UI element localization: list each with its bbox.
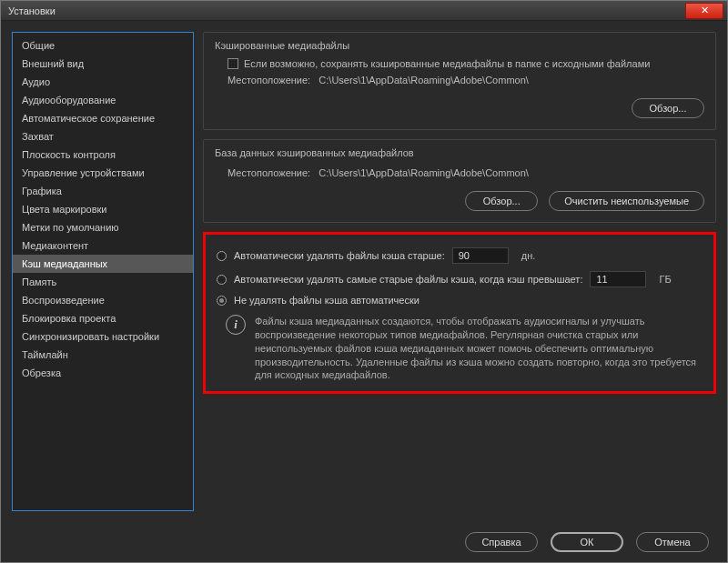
delete-when-exceeds-input[interactable] [590, 271, 646, 287]
sidebar-item[interactable]: Захват [13, 127, 193, 146]
delete-older-than-label: Автоматически удалять файлы кэша старше: [234, 250, 445, 261]
sidebar-item[interactable]: Блокировка проекта [13, 309, 193, 327]
gb-unit: ГБ [659, 274, 677, 285]
db-location-value: C:\Users\1\AppData\Roaming\Adobe\Common\ [318, 167, 529, 178]
delete-older-than-radio[interactable] [217, 251, 227, 261]
category-sidebar: ОбщиеВнешний видАудиоАудиооборудованиеАв… [12, 32, 194, 511]
ok-button[interactable]: ОК [551, 532, 623, 552]
delete-when-exceeds-label: Автоматически удалять самые старые файлы… [234, 274, 582, 285]
cached-location-label: Местоположение: [228, 75, 310, 85]
close-icon: ✕ [701, 5, 709, 16]
sidebar-item[interactable]: Управление устройствами [13, 164, 193, 182]
sidebar-item[interactable]: Синхронизировать настройки [13, 327, 193, 346]
info-text: Файлы кэша медиаданных создаются, чтобы … [255, 315, 703, 382]
delete-when-exceeds-radio[interactable] [217, 275, 227, 285]
window-title: Установки [8, 5, 56, 16]
dialog-body: ОбщиеВнешний видАудиоАудиооборудованиеАв… [1, 21, 727, 522]
cache-cleanup-section: Автоматически удалять файлы кэша старше:… [203, 232, 716, 394]
sidebar-item[interactable]: Аудиооборудование [13, 91, 193, 109]
sidebar-item[interactable]: Медиаконтент [13, 236, 193, 255]
main-pane: Кэшированные медиафайлы Если возможно, с… [203, 32, 716, 511]
sidebar-item[interactable]: Цвета маркировки [13, 200, 193, 218]
close-button[interactable]: ✕ [685, 3, 723, 19]
cancel-button[interactable]: Отмена [636, 532, 709, 552]
days-unit: дн. [521, 250, 540, 261]
save-next-to-source-label: Если возможно, сохранять кэшированные ме… [244, 58, 650, 69]
sidebar-item[interactable]: Таймлайн [13, 346, 193, 364]
save-next-to-source-checkbox[interactable] [228, 58, 238, 69]
sidebar-item[interactable]: Память [13, 273, 193, 291]
sidebar-item[interactable]: Графика [13, 182, 193, 200]
sidebar-item[interactable]: Плоскость контроля [13, 146, 193, 164]
titlebar: Установки ✕ [1, 1, 727, 21]
do-not-delete-radio[interactable] [217, 296, 227, 306]
sidebar-item[interactable]: Автоматическое сохранение [13, 109, 193, 127]
dialog-footer: Справка ОК Отмена [1, 522, 727, 562]
delete-older-than-input[interactable] [452, 247, 509, 264]
sidebar-item[interactable]: Внешний вид [13, 55, 193, 73]
db-clean-button[interactable]: Очистить неиспользуемые [549, 191, 704, 211]
cached-media-title: Кэшированные медиафайлы [215, 40, 704, 51]
sidebar-item[interactable]: Общие [13, 36, 193, 55]
cached-browse-button[interactable]: Обзор... [632, 98, 704, 118]
cached-media-group: Кэшированные медиафайлы Если возможно, с… [203, 32, 716, 130]
db-browse-button[interactable]: Обзор... [465, 191, 538, 211]
sidebar-item[interactable]: Аудио [13, 73, 193, 91]
sidebar-item[interactable]: Метки по умолчанию [13, 218, 193, 236]
cache-db-group: База данных кэшированных медиафайлов Мес… [203, 139, 716, 223]
cache-db-title: База данных кэшированных медиафайлов [215, 147, 704, 158]
info-icon: i [226, 315, 246, 335]
sidebar-item[interactable]: Обрезка [13, 364, 193, 382]
db-location-label: Местоположение: [228, 167, 310, 178]
preferences-window: Установки ✕ ОбщиеВнешний видАудиоАудиооб… [0, 0, 728, 563]
sidebar-item[interactable]: Воспроизведение [13, 291, 193, 309]
help-button[interactable]: Справка [465, 532, 538, 552]
do-not-delete-label: Не удалять файлы кэша автоматически [234, 295, 420, 306]
sidebar-item[interactable]: Кэш медиаданных [13, 255, 193, 273]
cached-location-value: C:\Users\1\AppData\Roaming\Adobe\Common\ [318, 75, 529, 85]
